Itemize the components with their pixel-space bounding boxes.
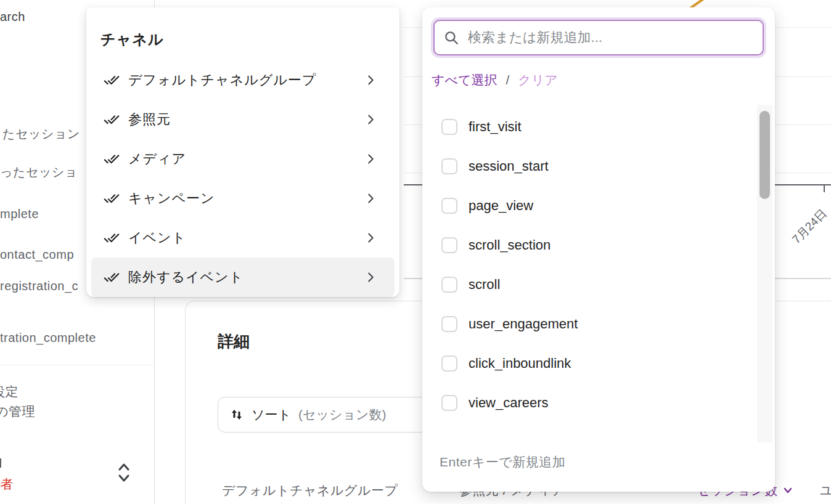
menu-item-campaign[interactable]: キャンペーン: [91, 179, 395, 218]
search-box: [433, 20, 764, 55]
done-all-icon: [104, 190, 120, 206]
option-scroll-section[interactable]: scroll_section: [422, 226, 758, 265]
checkbox-icon[interactable]: [441, 119, 457, 135]
detail-title: 詳細: [218, 331, 250, 352]
option-first-visit[interactable]: first_visit: [422, 107, 758, 147]
menu-item-label: イベント: [128, 229, 186, 247]
enter-hint: Enterキーで新規追加: [440, 453, 565, 471]
chevron-right-icon: [364, 152, 377, 166]
sort-chevron-down-icon[interactable]: [782, 484, 794, 499]
sidebar-fragment-contact: ontact_comp: [0, 248, 74, 262]
selection-actions: すべて選択 / クリア: [432, 71, 558, 89]
sidebar-fragment-admin: 理者: [0, 476, 14, 493]
select-all-link[interactable]: すべて選択: [432, 71, 497, 89]
checkbox-icon[interactable]: [441, 158, 457, 174]
menu-item-medium[interactable]: メディア: [91, 139, 395, 179]
option-label: session_start: [469, 158, 549, 174]
sidebar-border: [154, 297, 155, 504]
channel-menu-title: チャネル: [100, 30, 163, 49]
option-label: page_view: [469, 198, 533, 214]
option-user-engagement[interactable]: user_engagement: [422, 304, 758, 344]
sidebar-fragment-bar: [0, 458, 1, 468]
search-input[interactable]: [467, 29, 754, 46]
chevron-right-icon: [364, 231, 377, 245]
sidebar-fragment-settings: 設定: [0, 383, 18, 400]
checkbox-icon[interactable]: [441, 237, 457, 253]
unfold-more-icon[interactable]: [115, 462, 133, 486]
column-header-channel-group[interactable]: デフォルトチャネルグループ: [222, 482, 398, 499]
checkbox-icon[interactable]: [441, 395, 457, 411]
sidebar-fragment-tration: tration_complete: [0, 331, 96, 345]
done-all-icon: [104, 151, 120, 167]
sidebar-divider: [0, 365, 154, 365]
menu-item-label: 参照元: [128, 110, 171, 129]
option-view-careers[interactable]: view_careers: [422, 383, 758, 423]
option-label: click_inboundlink: [469, 356, 571, 372]
done-all-icon: [104, 230, 120, 246]
clear-link[interactable]: クリア: [518, 71, 557, 89]
menu-item-label: デフォルトチャネルグループ: [128, 71, 316, 89]
sort-metric: (セッション数): [298, 406, 386, 423]
option-label: scroll: [469, 277, 500, 293]
event-select-popup: すべて選択 / クリア first_visit session_start pa…: [422, 7, 775, 492]
option-label: scroll_section: [469, 237, 551, 253]
chevron-right-icon: [364, 270, 377, 284]
menu-item-label: メディア: [128, 150, 186, 168]
done-all-icon: [104, 72, 120, 88]
channel-menu-rows: デフォルトチャネルグループ 参照元 メディア: [86, 60, 399, 297]
sidebar-fragment-search: arch: [0, 10, 25, 24]
screen: arch たセッション ったセッショ mplete ontact_comp re…: [0, 0, 831, 504]
checkbox-icon[interactable]: [441, 277, 457, 293]
sidebar-border-top: [154, 0, 155, 7]
event-options-list: first_visit session_start page_view scro…: [422, 107, 758, 423]
sort-arrows-icon: [229, 407, 244, 422]
sidebar-fragment-registration: registration_c: [0, 279, 78, 293]
option-label: first_visit: [469, 119, 522, 135]
actions-separator: /: [506, 73, 509, 87]
menu-item-default-channel-group[interactable]: デフォルトチャネルグループ: [91, 60, 395, 100]
checkbox-icon[interactable]: [441, 198, 457, 214]
done-all-icon: [104, 112, 120, 128]
scrollbar-track[interactable]: [757, 105, 772, 442]
sidebar-fragment-session-b: ったセッショ: [0, 164, 78, 181]
option-session-start[interactable]: session_start: [422, 147, 758, 186]
sidebar-fragment-management: の管理: [0, 403, 35, 420]
sidebar-fragment-session-a: たセッション: [2, 126, 80, 142]
checkbox-icon[interactable]: [441, 316, 457, 332]
menu-item-excluded-events[interactable]: 除外するイベント: [91, 258, 395, 297]
menu-item-source[interactable]: 参照元: [91, 100, 395, 139]
chevron-right-icon: [364, 73, 377, 87]
chart-axis-tick: [824, 185, 825, 192]
chart-date-label: 7月24日: [776, 206, 830, 261]
sort-button[interactable]: ソート (セッション数): [218, 397, 435, 433]
menu-item-label: キャンペーン: [128, 189, 215, 208]
menu-item-label: 除外するイベント: [128, 268, 244, 287]
chevron-right-icon: [364, 192, 377, 205]
option-scroll[interactable]: scroll: [422, 265, 758, 304]
channel-menu: チャネル デフォルトチャネルグループ 参照元: [86, 7, 399, 297]
scrollbar-thumb[interactable]: [759, 111, 770, 199]
checkbox-icon[interactable]: [441, 356, 457, 372]
option-label: user_engagement: [469, 316, 578, 332]
chevron-right-icon: [364, 113, 377, 126]
search-icon: [443, 30, 459, 46]
sidebar-fragment-complete: mplete: [0, 207, 39, 221]
sort-label: ソート: [252, 406, 291, 423]
option-label: view_careers: [469, 395, 549, 411]
column-header-users-partial: ユ: [820, 482, 831, 499]
option-page-view[interactable]: page_view: [422, 186, 758, 226]
option-click-inboundlink[interactable]: click_inboundlink: [422, 344, 758, 383]
done-all-icon: [104, 269, 120, 285]
menu-item-event[interactable]: イベント: [91, 218, 395, 258]
